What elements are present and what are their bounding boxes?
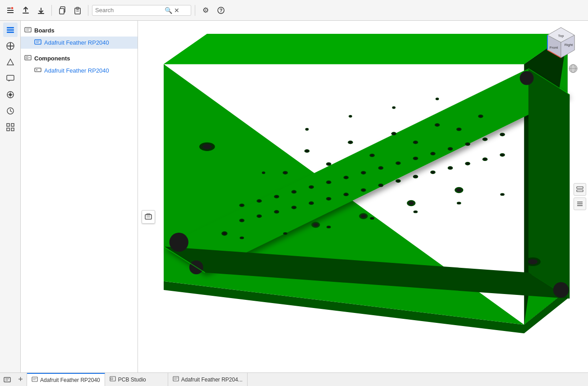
tab-feather-1[interactable]: Adafruit Feather RP2040 <box>27 373 105 386</box>
boards-item-feather[interactable]: Adafruit Feather RP2040 <box>21 37 138 49</box>
nav-cube[interactable]: Top Front Right <box>543 25 579 61</box>
svg-rect-40 <box>36 69 37 70</box>
tab-icon-feather-1 <box>32 376 38 384</box>
svg-point-135 <box>458 129 460 130</box>
list-view-icon[interactable] <box>574 183 586 196</box>
svg-rect-30 <box>25 28 31 32</box>
svg-point-85 <box>240 220 243 221</box>
svg-point-121 <box>392 133 395 134</box>
svg-rect-7 <box>60 9 64 14</box>
svg-rect-2 <box>7 12 14 13</box>
svg-point-141 <box>349 115 351 117</box>
sidebar-icon-layers[interactable] <box>3 23 18 37</box>
components-header[interactable]: Components <box>21 52 138 64</box>
svg-point-51 <box>528 259 537 265</box>
svg-point-133 <box>414 142 417 143</box>
sidebar-icon-history[interactable] <box>3 104 18 118</box>
svg-point-169 <box>501 194 504 195</box>
svg-point-129 <box>327 163 330 165</box>
svg-point-73 <box>414 157 417 159</box>
copy-icon[interactable] <box>55 4 69 17</box>
svg-rect-5 <box>38 13 44 14</box>
svg-point-115 <box>501 154 504 156</box>
svg-rect-28 <box>7 128 9 131</box>
boards-label: Boards <box>34 27 55 34</box>
help-icon[interactable]: ? <box>214 4 228 17</box>
tab-pcb-studio[interactable]: PCB Studio <box>105 373 168 386</box>
search-input[interactable] <box>95 7 163 14</box>
svg-text:Front: Front <box>550 46 558 50</box>
svg-point-167 <box>458 202 460 204</box>
sidebar-icon-add[interactable] <box>3 39 18 53</box>
board-item-icon <box>34 38 41 47</box>
svg-point-123 <box>436 124 439 126</box>
tab-icon-feather-2 <box>173 376 179 383</box>
svg-rect-27 <box>11 124 14 126</box>
toolbar-separator-3 <box>195 5 195 16</box>
toolbar-separator-2 <box>88 5 88 16</box>
sidebar-icon-shape[interactable] <box>3 55 18 69</box>
toolbar-separator-1 <box>51 5 52 16</box>
search-icon[interactable]: 🔍 <box>165 7 172 14</box>
tab-label-feather-1: Adafruit Feather RP2040 <box>40 377 100 383</box>
svg-point-111 <box>466 163 469 165</box>
add-tab-button[interactable]: + <box>14 373 27 386</box>
component-item-icon <box>34 66 41 75</box>
svg-point-163 <box>371 218 373 219</box>
floating-component-icon[interactable] <box>142 210 155 224</box>
paste-icon[interactable] <box>71 4 84 17</box>
svg-point-65 <box>345 177 348 179</box>
upload-icon[interactable] <box>19 4 32 17</box>
svg-rect-14 <box>7 27 14 28</box>
tab-feather-2[interactable]: Adafruit Feather RP204... <box>168 373 248 386</box>
tab-left-icon[interactable] <box>0 373 14 386</box>
svg-point-81 <box>484 138 487 140</box>
svg-point-63 <box>327 181 330 183</box>
svg-point-143 <box>393 107 395 108</box>
properties-icon[interactable] <box>574 198 586 210</box>
components-item-label: Adafruit Feather RP2040 <box>44 67 109 74</box>
svg-point-44 <box>170 233 188 252</box>
svg-rect-200 <box>173 377 179 381</box>
svg-point-155 <box>223 232 226 235</box>
top-toolbar: 🔍 ✕ ⚙ ? <box>0 0 588 21</box>
svg-point-57 <box>275 196 278 198</box>
svg-point-131 <box>371 155 373 156</box>
svg-point-113 <box>484 158 487 160</box>
svg-point-151 <box>409 202 414 205</box>
svg-point-3 <box>11 7 14 9</box>
settings-icon[interactable]: ⚙ <box>199 4 212 17</box>
viewport[interactable]: Top Front Right <box>138 21 588 372</box>
components-icon <box>24 54 32 63</box>
svg-rect-26 <box>7 124 9 126</box>
svg-point-107 <box>432 171 434 173</box>
components-label: Components <box>34 55 70 62</box>
svg-point-59 <box>293 191 295 193</box>
svg-rect-20 <box>7 75 14 80</box>
svg-rect-1 <box>7 10 14 11</box>
components-item-feather[interactable]: Adafruit Feather RP2040 <box>21 64 138 77</box>
svg-point-153 <box>456 188 462 192</box>
tab-icon-pcb <box>110 376 116 383</box>
svg-rect-199 <box>111 378 113 380</box>
right-panel-icons <box>574 183 586 210</box>
clear-search-icon[interactable]: ✕ <box>174 7 179 14</box>
svg-point-105 <box>414 176 417 178</box>
sidebar-icon-connection[interactable] <box>3 87 18 102</box>
svg-text:Right: Right <box>565 43 573 47</box>
download-icon[interactable] <box>34 4 48 17</box>
svg-point-101 <box>380 184 382 186</box>
svg-rect-39 <box>35 68 41 72</box>
view-cube-icon[interactable] <box>568 64 578 74</box>
svg-point-103 <box>397 180 400 182</box>
svg-point-125 <box>479 115 482 117</box>
left-sidebar <box>0 21 21 372</box>
svg-point-83 <box>501 133 504 135</box>
sidebar-icon-comment[interactable] <box>3 71 18 86</box>
boards-item-label: Adafruit Feather RP2040 <box>44 39 109 46</box>
menu-icon[interactable] <box>4 4 17 17</box>
svg-point-99 <box>362 189 365 191</box>
sidebar-icon-grid[interactable] <box>3 120 18 134</box>
svg-point-137 <box>263 172 265 174</box>
boards-header[interactable]: Boards <box>21 24 138 37</box>
